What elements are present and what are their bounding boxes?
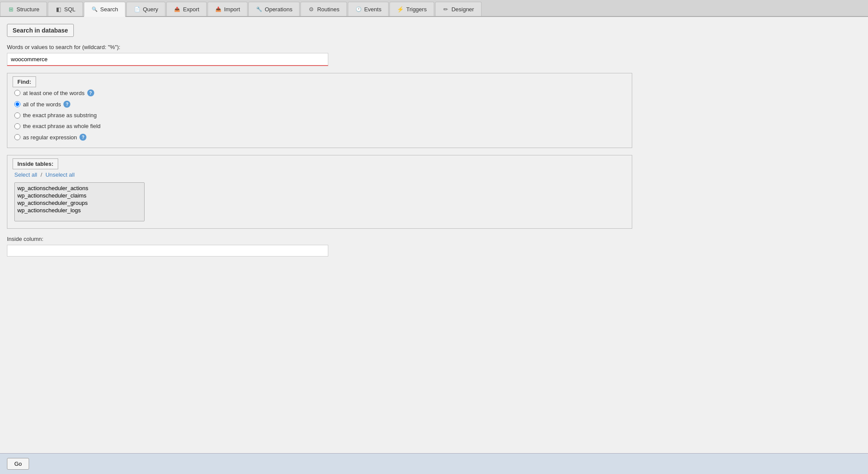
routines-icon [308,6,315,13]
find-options: at least one of the words ? all of the w… [14,85,625,141]
help-icon-2[interactable]: ? [63,101,70,108]
unselect-all-link[interactable]: Unselect all [46,171,75,178]
find-radio-4[interactable] [14,123,20,129]
tab-events-label: Events [364,6,382,13]
find-option-4[interactable]: the exact phrase as whole field [14,123,625,129]
find-radio-1[interactable] [14,90,20,96]
tables-links: Select all / Unselect all [14,171,625,178]
tab-search-label: Search [100,6,118,13]
export-icon [174,6,181,13]
help-icon-1[interactable]: ? [87,89,94,96]
tab-triggers[interactable]: Triggers [389,2,434,16]
inside-tables-fieldset: Inside tables: Select all / Unselect all… [7,155,632,229]
find-option-2-label: all of the words [23,101,61,108]
sql-icon [55,6,62,13]
structure-icon [7,6,14,13]
search-input[interactable] [7,53,328,66]
tab-events[interactable]: Events [348,2,389,16]
tab-export-label: Export [183,6,199,13]
find-fieldset: Find: at least one of the words ? all of… [7,73,632,148]
find-option-3[interactable]: the exact phrase as substring [14,112,625,118]
page-title: Search in database [7,24,74,37]
find-option-5-label: as regular expression [23,134,77,141]
tab-structure-label: Structure [17,6,40,13]
find-option-3-label: the exact phrase as substring [23,112,97,118]
find-legend: Find: [13,76,36,87]
find-radio-2[interactable] [14,101,20,107]
tab-import-label: Import [224,6,240,13]
find-radio-3[interactable] [14,112,20,118]
tab-designer[interactable]: Designer [435,2,482,16]
inside-tables-legend: Inside tables: [13,158,58,169]
tab-import[interactable]: Import [208,2,248,16]
find-radio-5[interactable] [14,134,20,140]
inside-column-label: Inside column: [7,236,861,242]
tab-sql[interactable]: SQL [48,2,83,16]
main-content: Search in database Words or values to se… [0,17,868,467]
triggers-icon [397,6,404,13]
find-option-4-label: the exact phrase as whole field [23,123,101,129]
query-icon [134,6,141,13]
separator: / [40,171,42,178]
inside-column-input[interactable] [7,245,328,257]
import-icon [215,6,222,13]
search-label: Words or values to search for (wildcard:… [7,44,861,50]
go-button[interactable]: Go [7,458,29,467]
help-icon-5[interactable]: ? [79,134,86,141]
find-option-1[interactable]: at least one of the words ? [14,89,625,96]
tab-operations[interactable]: Operations [248,2,300,16]
tab-export[interactable]: Export [166,2,207,16]
tab-query-label: Query [143,6,158,13]
tab-structure[interactable]: Structure [0,2,47,16]
tab-designer-label: Designer [452,6,474,13]
tab-routines-label: Routines [317,6,339,13]
find-option-5[interactable]: as regular expression ? [14,134,625,141]
operations-icon [256,6,263,13]
tab-bar: Structure SQL Search Query Export Import… [0,0,868,17]
tab-routines[interactable]: Routines [300,2,347,16]
tab-query[interactable]: Query [126,2,165,16]
find-option-1-label: at least one of the words [23,90,85,96]
find-option-2[interactable]: all of the words ? [14,101,625,108]
tab-sql-label: SQL [64,6,76,13]
tab-triggers-label: Triggers [406,6,426,13]
tab-search[interactable]: Search [84,2,125,17]
events-icon [355,6,362,13]
search-icon [91,6,98,13]
tables-listbox[interactable]: wp_actionscheduler_actionswp_actionsched… [14,182,145,221]
footer-bar: Go [0,453,868,467]
tab-operations-label: Operations [265,6,293,13]
designer-icon [442,6,449,13]
select-all-link[interactable]: Select all [14,171,37,178]
